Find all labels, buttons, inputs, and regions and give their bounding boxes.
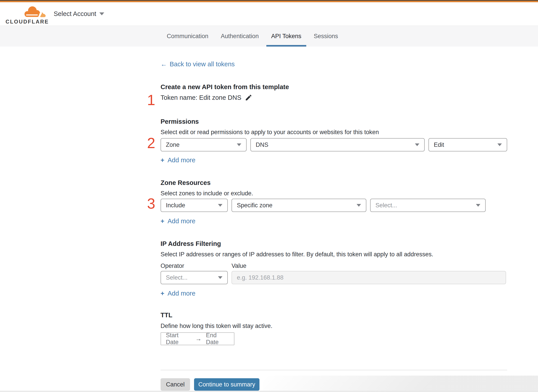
account-selector-label: Select Account [54, 10, 96, 18]
zone-resources-heading: Zone Resources [161, 179, 211, 187]
zone-scope-dropdown[interactable]: Specific zone [232, 199, 366, 212]
permission-group-value: DNS [256, 141, 268, 148]
chevron-down-icon [237, 144, 241, 146]
back-to-tokens-link[interactable]: ← Back to view all tokens [161, 61, 235, 68]
operator-select-dropdown[interactable]: Select... [161, 271, 228, 284]
step-2-annotation: 2 [144, 136, 155, 150]
arrow-right-icon: → [195, 335, 201, 342]
chevron-down-icon [476, 204, 480, 207]
ttl-description: Define how long this token will stay act… [161, 323, 272, 330]
zone-select-dropdown[interactable]: Select... [370, 199, 486, 212]
permissions-heading: Permissions [161, 118, 199, 125]
top-accent-orange-bar [0, 1, 538, 2]
edit-pencil-icon[interactable] [245, 94, 252, 101]
zone-resources-add-more-link[interactable]: + Add more [161, 218, 195, 225]
zone-select-placeholder: Select... [375, 202, 397, 209]
step-1-annotation: 1 [144, 93, 155, 107]
add-more-label: Add more [168, 218, 195, 225]
token-name-text: Token name: Edit zone DNS [161, 94, 241, 101]
continue-to-summary-button[interactable]: Continue to summary [194, 378, 259, 391]
step-3-annotation: 3 [144, 196, 155, 211]
permission-access-dropdown[interactable]: Edit [428, 138, 507, 151]
operator-label: Operator [161, 262, 184, 269]
tab-api-tokens[interactable]: API Tokens [266, 26, 306, 47]
add-more-label: Add more [168, 157, 195, 164]
operator-placeholder: Select... [166, 274, 188, 281]
plus-icon: + [161, 157, 164, 164]
bottom-gradient [263, 376, 538, 392]
footer-divider [161, 370, 507, 370]
plus-icon: + [161, 290, 164, 297]
permissions-description: Select edit or read permissions to apply… [161, 129, 379, 136]
permission-scope-dropdown[interactable]: Zone [161, 138, 247, 151]
value-label: Value [232, 262, 246, 269]
add-more-label: Add more [168, 290, 195, 297]
permission-access-value: Edit [434, 141, 444, 148]
tab-bar: Communication Authentication API Tokens … [0, 25, 538, 47]
chevron-down-icon [497, 144, 502, 146]
start-date-field[interactable]: Start Date [166, 332, 191, 346]
chevron-down-icon [218, 204, 222, 207]
back-link-label: Back to view all tokens [170, 61, 235, 68]
permission-scope-value: Zone [166, 141, 180, 148]
page-title: Create a new API token from this templat… [161, 83, 289, 91]
tab-authentication[interactable]: Authentication [216, 26, 264, 47]
chevron-down-icon [415, 144, 419, 146]
app-header: CLOUDFLARE Select Account [0, 2, 538, 26]
ttl-date-range-picker[interactable]: Start Date → End Date [161, 332, 234, 345]
zone-include-exclude-dropdown[interactable]: Include [161, 199, 228, 212]
ip-filtering-heading: IP Address Filtering [161, 240, 221, 247]
permissions-add-more-link[interactable]: + Add more [161, 157, 195, 164]
zone-include-value: Include [166, 202, 185, 209]
tab-communication[interactable]: Communication [162, 26, 213, 47]
plus-icon: + [161, 218, 164, 225]
permission-group-dropdown[interactable]: DNS [250, 138, 425, 151]
zone-resources-description: Select zones to include or exclude. [161, 190, 253, 197]
ip-filtering-add-more-link[interactable]: + Add more [161, 290, 195, 297]
ip-value-input[interactable] [232, 271, 506, 284]
token-name-row: Token name: Edit zone DNS [161, 94, 252, 101]
cloudflare-logo-text: CLOUDFLARE [5, 19, 49, 25]
chevron-down-icon [357, 204, 361, 207]
chevron-down-icon [218, 276, 222, 279]
end-date-field[interactable]: End Date [206, 332, 229, 346]
back-arrow-icon: ← [161, 61, 167, 68]
ip-filtering-description: Select IP addresses or ranges of IP addr… [161, 251, 433, 258]
chevron-down-icon [99, 12, 104, 15]
cloudflare-cloud-icon [23, 5, 48, 18]
ttl-heading: TTL [161, 312, 172, 319]
footer-actions: Cancel Continue to summary [161, 378, 259, 391]
account-selector-dropdown[interactable]: Select Account [54, 2, 104, 25]
tab-group: Communication Authentication API Tokens … [162, 26, 343, 47]
tab-sessions[interactable]: Sessions [309, 26, 343, 47]
cancel-button[interactable]: Cancel [161, 378, 190, 391]
zone-scope-value: Specific zone [237, 202, 272, 209]
cloudflare-logo[interactable]: CLOUDFLARE [5, 5, 43, 23]
